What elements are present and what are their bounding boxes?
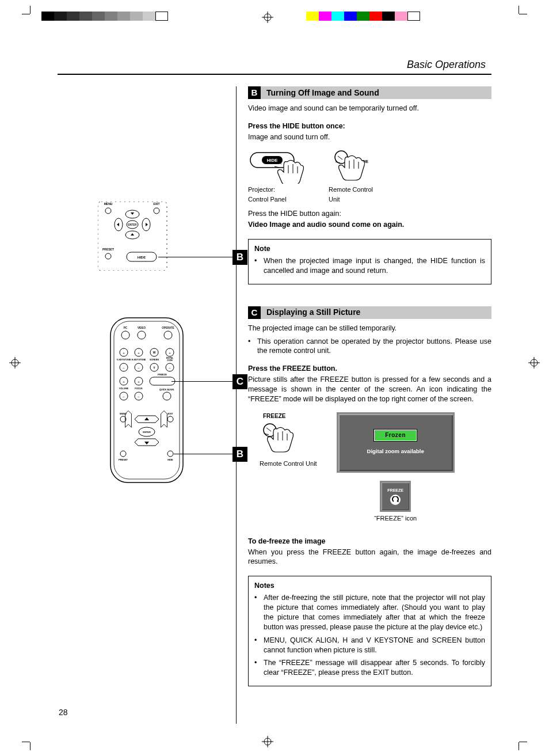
screen-preview: Frozen Digital zoom available xyxy=(337,412,455,473)
svg-line-89 xyxy=(338,156,342,159)
svg-text:+: + xyxy=(169,351,171,355)
svg-rect-12 xyxy=(98,202,167,271)
section-b-title: Turning Off Image and Sound xyxy=(261,86,379,99)
registration-mark-icon xyxy=(9,357,21,368)
svg-text:+: + xyxy=(123,380,125,383)
defreeze-body: When you press the FREEZE button again, … xyxy=(248,548,491,567)
step-b1-head: Press the HIDE button once: xyxy=(248,121,491,131)
notes-item: MENU, QUICK ALIGN, H and V KEYSTONE and … xyxy=(264,636,485,655)
svg-point-29 xyxy=(164,331,172,339)
svg-text:−: − xyxy=(138,366,140,370)
remote-caption-2: Unit xyxy=(329,196,340,203)
svg-line-95 xyxy=(266,428,271,431)
section-b-tag: B xyxy=(248,86,261,99)
svg-text:−: − xyxy=(123,395,125,398)
zoom-text: Digital zoom available xyxy=(367,448,424,455)
svg-text:SCREEN: SCREEN xyxy=(150,359,159,361)
svg-text:−: − xyxy=(138,395,140,398)
svg-point-21 xyxy=(105,253,111,259)
callout-tag-c: C xyxy=(232,374,247,389)
exit-label: EXIT xyxy=(153,202,159,206)
svg-text:PC: PC xyxy=(124,326,128,329)
hide-label: HIDE xyxy=(138,256,146,259)
svg-point-25 xyxy=(121,331,129,339)
svg-text:HIDE: HIDE xyxy=(266,158,278,163)
step-c1-head: Press the FREEZE button. xyxy=(248,364,491,374)
registration-mark-icon xyxy=(528,357,540,368)
section-c-bullet1: This operation cannot be operated by the… xyxy=(257,337,491,356)
projector-hide-press-icon: HIDE xyxy=(248,149,311,184)
note-box-c: Notes •After de-freezing the still pictu… xyxy=(248,576,491,686)
freeze-label: FREEZE xyxy=(263,412,285,420)
callout-tag-b: B xyxy=(232,250,247,265)
svg-text:QUICK ALIGN.: QUICK ALIGN. xyxy=(159,389,174,391)
freeze-icon: FREEZE xyxy=(380,481,411,512)
svg-text:HIDE: HIDE xyxy=(167,458,173,461)
svg-text:+: + xyxy=(138,380,140,383)
registration-mark-icon xyxy=(262,12,273,23)
freeze-remote-caption: Remote Control Unit xyxy=(260,460,317,468)
svg-text:EXIT: EXIT xyxy=(168,412,173,415)
svg-point-74 xyxy=(167,451,173,457)
section-c-intro: The projected image can be stilled tempo… xyxy=(248,324,491,333)
diagram-column: MENU EXIT ENTER PRESET HIDE xyxy=(58,86,236,724)
remote-caption-1: Remote Control xyxy=(329,186,373,193)
svg-text:PRESET: PRESET xyxy=(119,458,128,461)
section-b-intro: Video image and sound can be temporarily… xyxy=(248,104,491,113)
frozen-badge: Frozen xyxy=(374,430,417,441)
preset-label: PRESET xyxy=(102,248,114,251)
page-number: 28 xyxy=(59,707,68,718)
defreeze-head: To de-freeze the image xyxy=(248,537,491,546)
svg-point-72 xyxy=(120,451,126,457)
remote-control-diagram: PC VIDEO OPERATE + + W + V-KEYSTONE H-KE… xyxy=(109,317,184,484)
svg-text:V-KEYSTONE: V-KEYSTONE xyxy=(117,359,131,361)
section-c-title: Displaying a Still Picture xyxy=(261,306,360,319)
svg-text:−: − xyxy=(123,366,125,370)
svg-text:W: W xyxy=(153,351,156,354)
content-column: B Turning Off Image and Sound Video imag… xyxy=(237,86,491,724)
note-box-b: Note •When the projected image input is … xyxy=(248,239,491,284)
section-c-header: C Displaying a Still Picture xyxy=(248,306,491,319)
svg-text:VOLUME: VOLUME xyxy=(119,388,129,390)
svg-text:VIDEO: VIDEO xyxy=(138,326,146,329)
svg-text:T: T xyxy=(153,366,155,370)
step-b2-head: Press the HIDE button again: xyxy=(248,209,491,219)
notes-item: After de-freezing the still picture, not… xyxy=(264,593,485,632)
svg-text:ENTER: ENTER xyxy=(143,431,151,434)
color-bar xyxy=(306,12,420,21)
note-title: Note xyxy=(254,244,485,254)
svg-text:ENTER: ENTER xyxy=(128,223,137,226)
remote-hide-press-icon: HIDE xyxy=(329,149,386,184)
svg-point-14 xyxy=(154,208,159,214)
svg-text:ZOOM: ZOOM xyxy=(167,359,173,362)
callout-tag-b: B xyxy=(232,447,247,462)
svg-point-13 xyxy=(105,208,111,214)
freeze-icon-caption: “FREEZE” icon xyxy=(374,514,417,523)
notes-title: Notes xyxy=(254,581,485,591)
svg-text:+: + xyxy=(138,351,140,355)
svg-point-64 xyxy=(163,392,171,400)
notes-item: The “FREEZE” message will disappear afte… xyxy=(264,658,485,678)
menu-label: MENU xyxy=(104,202,113,206)
registration-mark-icon xyxy=(262,736,273,747)
projector-caption-2: Control Panel xyxy=(248,196,287,203)
svg-text:−: − xyxy=(169,366,171,370)
svg-text:FREEZE: FREEZE xyxy=(158,373,167,376)
svg-text:H-KEYSTONE: H-KEYSTONE xyxy=(132,359,146,361)
page-title: Basic Operations xyxy=(58,58,491,75)
step-b1-body: Image and sound turn off. xyxy=(248,132,491,142)
step-c1-body: Picture stills after the FREEZE button i… xyxy=(248,375,491,404)
remote-freeze-press-icon xyxy=(260,422,300,454)
svg-text:OPERATE: OPERATE xyxy=(162,326,174,329)
svg-text:FOCUS: FOCUS xyxy=(135,388,143,390)
projector-caption-1: Projector: xyxy=(248,186,275,193)
grayscale-bar xyxy=(41,12,168,21)
note-item: When the projected image input is change… xyxy=(264,256,485,276)
svg-point-68 xyxy=(167,416,173,422)
step-b2-body: Video Image and audio sound come on agai… xyxy=(248,220,491,230)
control-panel-diagram: MENU EXIT ENTER PRESET HIDE xyxy=(98,202,184,271)
svg-text:+: + xyxy=(123,351,125,355)
section-b-header: B Turning Off Image and Sound xyxy=(248,86,491,99)
svg-point-27 xyxy=(138,331,146,339)
section-c-tag: C xyxy=(248,306,261,319)
